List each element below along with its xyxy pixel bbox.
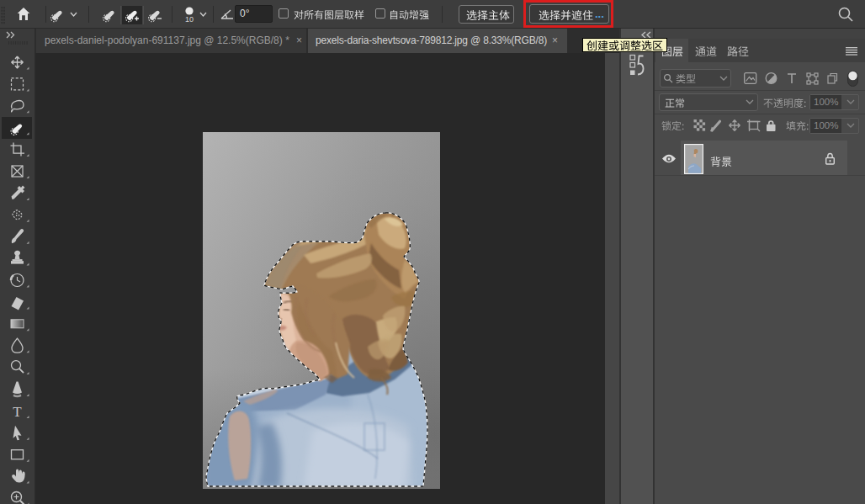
svg-text:10: 10 xyxy=(185,15,194,24)
svg-text:T: T xyxy=(13,404,22,420)
